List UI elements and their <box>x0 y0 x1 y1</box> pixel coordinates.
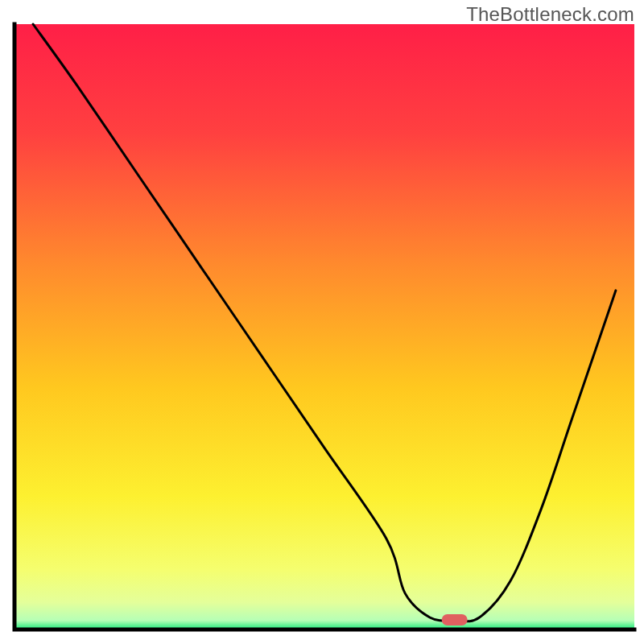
optimal-point-marker <box>442 614 468 625</box>
watermark-text: TheBottleneck.com <box>466 3 634 26</box>
plot-background <box>14 24 634 630</box>
chart-frame: TheBottleneck.com <box>0 0 644 644</box>
bottleneck-chart <box>0 0 644 644</box>
